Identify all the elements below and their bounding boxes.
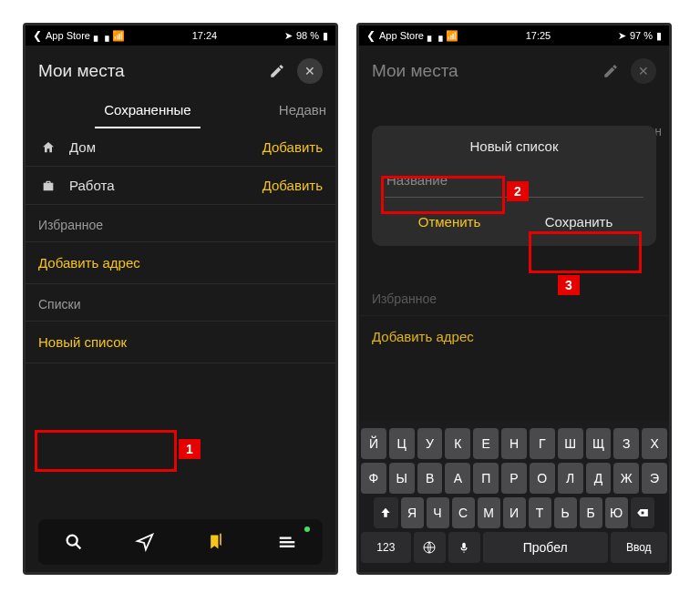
phone-left: ❮ App Store ▖▗ 📶 17:24 ➤ 98 % ▮ Мои мест… — [23, 23, 338, 575]
section-favorites: Избранное — [359, 279, 669, 316]
clock: 17:24 — [192, 30, 218, 41]
back-chevron-icon[interactable]: ❮ — [33, 29, 42, 42]
home-add[interactable]: Добавить — [262, 139, 323, 155]
key-Д[interactable]: Д — [586, 463, 612, 494]
key-Ж[interactable]: Ж — [613, 463, 639, 494]
location-icon: ➤ — [618, 30, 626, 42]
keyboard-row-2: ФЫВАПРОЛДЖЭ — [361, 463, 667, 494]
add-address-link[interactable]: Добавить адрес — [26, 242, 335, 284]
svg-point-0 — [67, 536, 77, 546]
header: Мои места ✕ — [26, 46, 335, 97]
key-Н[interactable]: Н — [501, 428, 527, 459]
key-Э[interactable]: Э — [642, 463, 667, 494]
key-И[interactable]: И — [503, 497, 526, 528]
keyboard: ЙЦУКЕНГШЩЗХ ФЫВАПРОЛДЖЭ ЯЧСМИТЬБЮ 123 Пр… — [359, 421, 669, 572]
add-address-link[interactable]: Добавить адрес — [359, 316, 669, 357]
key-Е[interactable]: Е — [473, 428, 499, 459]
key-Р[interactable]: Р — [501, 463, 527, 494]
work-label: Работа — [69, 178, 262, 193]
nav-menu-icon[interactable] — [252, 519, 323, 565]
list-name-input[interactable] — [385, 167, 643, 198]
key-С[interactable]: С — [452, 497, 475, 528]
page-title: Мои места — [38, 61, 264, 81]
enter-key[interactable]: Ввод — [611, 532, 667, 563]
home-icon — [38, 140, 58, 155]
row-work[interactable]: Работа Добавить — [26, 167, 335, 205]
svg-rect-3 — [280, 541, 295, 543]
key-Ц[interactable]: Ц — [389, 428, 415, 459]
annotation-box-1 — [35, 430, 177, 472]
tabs: Сохраненные Недавн — [26, 97, 335, 128]
briefcase-icon — [38, 179, 58, 193]
back-chevron-icon[interactable]: ❮ — [366, 29, 376, 42]
edit-icon[interactable] — [264, 58, 290, 84]
key-У[interactable]: У — [417, 428, 443, 459]
key-К[interactable]: К — [445, 428, 470, 459]
tab-recent[interactable]: Недавн — [270, 97, 335, 128]
key-Щ[interactable]: Щ — [586, 428, 612, 459]
key-О[interactable]: О — [530, 463, 555, 494]
key-П[interactable]: П — [473, 463, 499, 494]
cancel-button[interactable]: Отменить — [385, 205, 514, 239]
key-М[interactable]: М — [478, 497, 500, 528]
battery-percent: 97 % — [630, 30, 653, 41]
key-З[interactable]: З — [613, 428, 639, 459]
back-label[interactable]: App Store — [379, 30, 424, 41]
key-Ч[interactable]: Ч — [427, 497, 449, 528]
notification-dot — [304, 526, 310, 532]
space-key[interactable]: Пробел — [483, 532, 608, 563]
save-button[interactable]: Сохранить — [514, 205, 643, 239]
svg-line-1 — [76, 544, 80, 548]
header: Мои места ✕ — [359, 46, 669, 97]
key-Й[interactable]: Й — [361, 428, 386, 459]
section-favorites: Избранное — [26, 205, 335, 242]
svg-rect-2 — [280, 537, 292, 539]
key-Ь[interactable]: Ь — [554, 497, 577, 528]
key-Х[interactable]: Х — [642, 428, 667, 459]
edit-icon — [598, 58, 623, 84]
wifi-icon: 📶 — [446, 30, 458, 42]
page-title: Мои места — [372, 61, 598, 81]
section-lists: Списки — [26, 284, 335, 322]
key-Ф[interactable]: Ф — [361, 463, 386, 494]
nav-bookmarks-icon[interactable] — [180, 519, 252, 565]
key-Л[interactable]: Л — [558, 463, 583, 494]
key-Б[interactable]: Б — [580, 497, 602, 528]
battery-icon: ▮ — [323, 30, 328, 42]
key-Я[interactable]: Я — [401, 497, 424, 528]
status-bar: ❮ App Store ▖▗ 📶 17:25 ➤ 97 % ▮ — [359, 26, 669, 46]
key-Г[interactable]: Г — [530, 428, 555, 459]
row-home[interactable]: Дом Добавить — [26, 128, 335, 167]
phone-right: ❮ App Store ▖▗ 📶 17:25 ➤ 97 % ▮ Мои мест… — [356, 23, 672, 575]
numeric-key[interactable]: 123 — [361, 532, 411, 563]
bottom-nav — [38, 519, 323, 565]
key-А[interactable]: А — [445, 463, 470, 494]
globe-key[interactable] — [414, 532, 446, 563]
new-list-link[interactable]: Новый список — [26, 322, 335, 363]
back-label[interactable]: App Store — [46, 30, 90, 41]
tab-saved[interactable]: Сохраненные — [95, 97, 201, 128]
location-icon: ➤ — [284, 30, 293, 42]
nav-search-icon[interactable] — [38, 519, 109, 565]
new-list-dialog: Новый список Отменить Сохранить — [372, 126, 656, 246]
key-В[interactable]: В — [417, 463, 443, 494]
backspace-key[interactable] — [631, 497, 655, 528]
shift-key[interactable] — [374, 497, 398, 528]
keyboard-row-1: ЙЦУКЕНГШЩЗХ — [361, 428, 667, 459]
signal-icon: ▖▗ — [427, 30, 442, 42]
work-add[interactable]: Добавить — [262, 178, 323, 193]
key-Ш[interactable]: Ш — [558, 428, 583, 459]
clock: 17:25 — [526, 30, 551, 41]
mic-key[interactable] — [448, 532, 480, 563]
close-icon[interactable]: ✕ — [297, 58, 323, 84]
key-Т[interactable]: Т — [529, 497, 551, 528]
nav-navigate-icon[interactable] — [109, 519, 180, 565]
key-Ю[interactable]: Ю — [605, 497, 628, 528]
status-bar: ❮ App Store ▖▗ 📶 17:24 ➤ 98 % ▮ — [26, 26, 335, 46]
svg-rect-6 — [463, 543, 467, 548]
home-label: Дом — [69, 139, 262, 155]
key-Ы[interactable]: Ы — [389, 463, 415, 494]
signal-icon: ▖▗ — [94, 30, 108, 42]
dialog-title: Новый список — [385, 138, 643, 154]
battery-percent: 98 % — [296, 30, 319, 41]
